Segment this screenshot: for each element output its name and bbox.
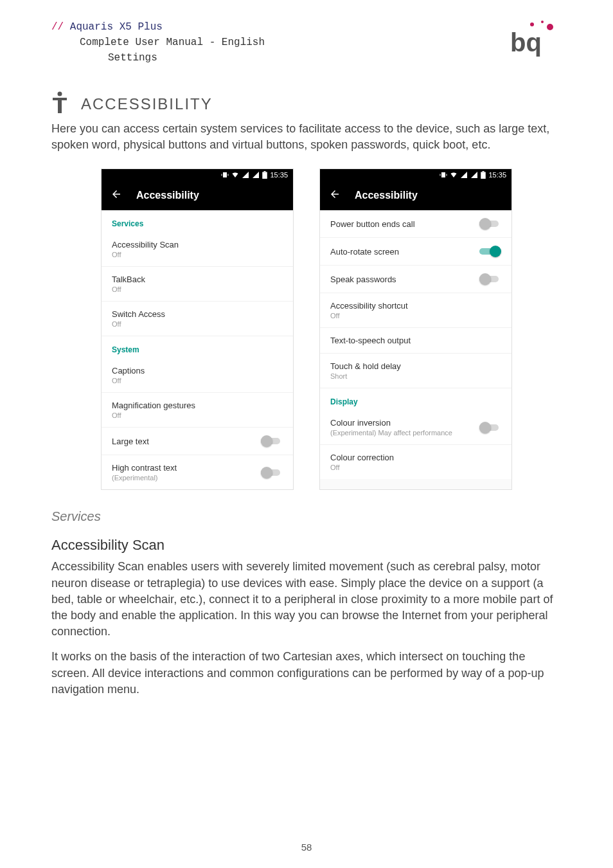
subheader-services: Services (102, 210, 293, 232)
signal-icon (252, 171, 260, 179)
row-colour-correction[interactable]: Colour correction Off (320, 445, 511, 479)
doc-subtitle: Complete User Manual - English (80, 37, 265, 48)
row-colour-inversion[interactable]: Colour inversion (Experimental) May affe… (320, 410, 511, 445)
subheader-display: Display (320, 388, 511, 410)
toggle-speak-passwords[interactable] (479, 273, 501, 285)
svg-rect-7 (263, 172, 268, 179)
row-accessibility-scan[interactable]: Accessibility Scan Off (102, 232, 293, 267)
signal-icon (242, 171, 249, 179)
toggle-colour-inversion[interactable] (479, 422, 501, 433)
screenshot-left: 15:35 Accessibility Services Accessibili… (101, 168, 294, 490)
toggle-auto-rotate[interactable] (479, 246, 501, 257)
vibrate-icon (440, 171, 447, 179)
status-bar: 15:35 (320, 169, 511, 181)
svg-rect-10 (483, 171, 484, 172)
status-time: 15:35 (270, 171, 288, 179)
bq-logo: bq (510, 19, 562, 58)
heading-services: Services (51, 509, 562, 524)
svg-point-4 (58, 92, 62, 96)
doc-crumb: Settings (108, 52, 157, 64)
signal-icon (460, 171, 468, 179)
signal-icon (470, 171, 478, 179)
row-accessibility-shortcut[interactable]: Accessibility shortcut Off (320, 293, 511, 328)
row-power-button[interactable]: Power button ends call (320, 210, 511, 238)
row-tts[interactable]: Text-to-speech output (320, 328, 511, 354)
toggle-power-button[interactable] (479, 218, 501, 230)
row-sub: Off (112, 251, 179, 258)
status-time: 15:35 (488, 171, 506, 179)
row-label: Auto-rotate screen (330, 247, 399, 257)
svg-rect-6 (58, 98, 62, 113)
svg-rect-8 (264, 171, 266, 172)
row-label: Power button ends call (330, 219, 415, 229)
row-label: Touch & hold delay (330, 361, 401, 371)
row-sub: Off (112, 377, 145, 384)
row-auto-rotate[interactable]: Auto-rotate screen (320, 238, 511, 266)
screenshot-right: 15:35 Accessibility Power button ends ca… (319, 168, 512, 490)
row-touch-hold[interactable]: Touch & hold delay Short (320, 354, 511, 388)
svg-point-1 (541, 21, 544, 23)
row-label: Accessibility shortcut (330, 301, 408, 311)
svg-text:bq: bq (510, 28, 542, 57)
svg-point-2 (547, 24, 553, 30)
document-header: // Aquaris X5 Plus Complete User Manual … (51, 19, 562, 66)
svg-rect-9 (481, 172, 486, 179)
accessibility-icon (51, 91, 69, 117)
row-magnification[interactable]: Magnification gestures Off (102, 393, 293, 428)
battery-icon (481, 171, 486, 179)
toggle-high-contrast[interactable] (261, 467, 283, 478)
row-label: High contrast text (112, 463, 177, 473)
heading-accessibility-scan: Accessibility Scan (51, 537, 562, 554)
wifi-icon (231, 171, 239, 179)
row-high-contrast[interactable]: High contrast text (Experimental) (102, 455, 293, 489)
row-label: Text-to-speech output (330, 336, 411, 345)
subheader-system: System (102, 336, 293, 358)
toggle-large-text[interactable] (261, 435, 283, 447)
row-sub: (Experimental) May affect performance (330, 429, 452, 437)
section-intro: Here you can access certain system servi… (51, 121, 562, 153)
row-sub: Off (330, 464, 394, 471)
row-speak-passwords[interactable]: Speak passwords (320, 266, 511, 293)
svg-point-0 (530, 23, 534, 26)
paragraph: It works on the basis of the interaction… (51, 649, 562, 698)
screenshots-row: 15:35 Accessibility Services Accessibili… (51, 168, 562, 490)
vibrate-icon (221, 171, 229, 179)
row-label: Speak passwords (330, 275, 396, 284)
app-bar: Accessibility (102, 181, 293, 210)
row-switch-access[interactable]: Switch Access Off (102, 302, 293, 336)
slashes: // (51, 21, 64, 33)
row-label: TalkBack (112, 275, 145, 284)
app-bar: Accessibility (320, 181, 511, 210)
product-name: Aquaris X5 Plus (70, 21, 163, 33)
row-sub: (Experimental) (112, 474, 177, 482)
appbar-title: Accessibility (355, 190, 418, 201)
row-sub: Off (112, 285, 145, 293)
row-label: Colour correction (330, 453, 394, 462)
wifi-icon (450, 171, 458, 179)
row-label: Large text (112, 437, 149, 446)
appbar-title: Accessibility (136, 190, 199, 201)
back-icon[interactable] (329, 188, 341, 203)
breadcrumb: // Aquaris X5 Plus Complete User Manual … (51, 19, 265, 66)
section-title: ACCESSIBILITY (81, 95, 213, 113)
battery-icon (262, 171, 267, 179)
row-sub: Short (330, 372, 401, 380)
row-label: Magnification gestures (112, 401, 195, 410)
row-label: Captions (112, 366, 145, 375)
row-sub: Off (330, 312, 408, 320)
row-label: Colour inversion (330, 418, 452, 428)
status-bar: 15:35 (102, 169, 293, 181)
back-icon[interactable] (111, 188, 122, 203)
row-sub: Off (112, 411, 195, 419)
row-sub: Off (112, 320, 165, 328)
paragraph: Accessibility Scan enables users with se… (51, 559, 562, 640)
row-captions[interactable]: Captions Off (102, 358, 293, 393)
row-label: Switch Access (112, 309, 165, 319)
page-number: 58 (0, 842, 613, 853)
row-talkback[interactable]: TalkBack Off (102, 267, 293, 302)
row-label: Accessibility Scan (112, 240, 179, 249)
row-large-text[interactable]: Large text (102, 428, 293, 455)
